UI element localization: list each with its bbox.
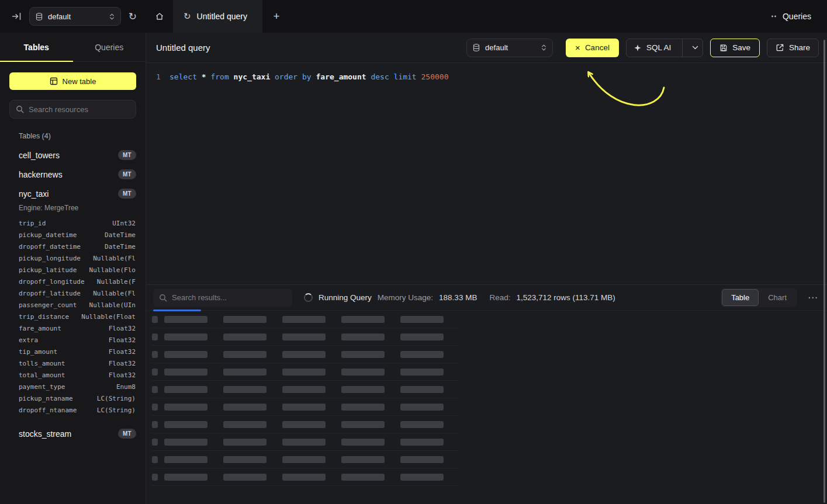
skeleton-cell — [223, 351, 267, 358]
skeleton-cell — [400, 333, 444, 340]
query-database-selector[interactable]: default — [466, 39, 553, 57]
skeleton-cell — [400, 456, 444, 463]
column-row[interactable]: fare_amountFloat32 — [19, 322, 136, 334]
column-row[interactable]: pickup_ntanameLC(String) — [19, 392, 136, 404]
column-row[interactable]: extraFloat32 — [19, 334, 136, 346]
column-row[interactable]: dropoff_latitudeNullable(Fl — [19, 287, 136, 299]
skeleton-cell — [282, 333, 326, 340]
skeleton-cell — [152, 421, 158, 428]
sidebar-tab-queries[interactable]: Queries — [73, 33, 146, 61]
column-row[interactable]: dropoff_datetimeDateTime — [19, 241, 136, 252]
results-search-input[interactable] — [172, 293, 286, 302]
resource-search — [9, 100, 136, 119]
table-row[interactable]: hackernewsMT — [0, 165, 146, 184]
column-type: Float32 — [109, 325, 136, 332]
column-type: Nullable(UIn — [89, 301, 136, 309]
table-row[interactable]: nyc_taxiMT — [0, 184, 146, 203]
sql-ai-button[interactable]: SQL AI — [626, 39, 703, 57]
skeleton-cell — [282, 439, 326, 446]
table-row-skeleton — [152, 468, 459, 486]
database-selector[interactable]: default — [29, 7, 121, 26]
sql-token: 250000 — [421, 72, 449, 81]
sql-token — [417, 72, 421, 81]
skeleton-cell — [341, 474, 385, 481]
tables-list: cell_towersMThackernewsMTnyc_taxiMTEngin… — [0, 145, 146, 504]
skeleton-cell — [164, 316, 207, 323]
table-name: cell_towers — [19, 151, 60, 160]
save-label: Save — [732, 43, 750, 52]
tabstrip: ↻ Untitled query + — [146, 0, 290, 33]
skeleton-cell — [400, 351, 444, 358]
table-name: stocks_stream — [19, 429, 71, 439]
skeleton-cell — [164, 439, 207, 446]
refresh-icon[interactable]: ↻ — [129, 12, 137, 22]
column-row[interactable]: pickup_longitudeNullable(Fl — [19, 252, 136, 264]
cancel-label: Cancel — [585, 43, 610, 52]
resource-search-input[interactable] — [29, 105, 130, 114]
results-skeleton — [146, 311, 827, 504]
column-name: pickup_latitude — [19, 266, 77, 274]
column-row[interactable]: pickup_datetimeDateTime — [19, 229, 136, 241]
table-row[interactable]: cell_towersMT — [0, 145, 146, 165]
sql-editor[interactable]: 1 select * from nyc_taxi order by fare_a… — [146, 63, 827, 284]
skeleton-cell — [164, 333, 207, 340]
home-button[interactable] — [146, 0, 173, 33]
topbar-left: default ↻ — [0, 0, 146, 33]
view-tab-table[interactable]: Table — [722, 289, 759, 306]
collapse-sidebar-icon[interactable] — [12, 12, 22, 21]
sql-code-line: select * from nyc_taxi order by fare_amo… — [169, 71, 449, 284]
skeleton-cell — [282, 316, 326, 323]
more-options-button[interactable]: ⋯ — [805, 291, 820, 304]
tab-untitled-query[interactable]: ↻ Untitled query — [173, 0, 262, 33]
sidebar-tab-tables[interactable]: Tables — [0, 33, 73, 61]
column-row[interactable]: dropoff_ntanameLC(String) — [19, 404, 136, 416]
new-table-button[interactable]: New table — [9, 72, 136, 90]
column-row[interactable]: trip_idUInt32 — [19, 217, 136, 229]
column-row[interactable]: passenger_countNullable(UIn — [19, 299, 136, 311]
column-type: Nullable(Fl — [93, 255, 136, 262]
skeleton-cell — [400, 404, 444, 411]
skeleton-cell — [282, 386, 326, 393]
sql-token: nyc_taxi — [234, 72, 271, 81]
column-name: total_amount — [19, 371, 65, 379]
skeleton-cell — [152, 316, 158, 323]
search-icon — [159, 294, 167, 302]
scrollbar[interactable] — [823, 40, 825, 503]
table-row-skeleton — [152, 363, 459, 381]
column-row[interactable]: tolls_amountFloat32 — [19, 357, 136, 369]
new-tab-button[interactable]: + — [262, 0, 290, 33]
table-row-skeleton — [152, 346, 459, 363]
view-tab-chart[interactable]: Chart — [759, 289, 796, 306]
save-button[interactable]: Save — [710, 39, 760, 57]
skeleton-cell — [152, 351, 158, 358]
database-selector-label: default — [48, 12, 104, 21]
column-row[interactable]: dropoff_longitudeNullable(F — [19, 276, 136, 287]
column-row[interactable]: pickup_latitudeNullable(Flo — [19, 264, 136, 276]
sidebar: TablesQueries New table Tables (4) cell_… — [0, 33, 146, 504]
search-icon — [16, 105, 24, 113]
queries-link[interactable]: Queries — [771, 0, 827, 33]
sidebar-tabs: TablesQueries — [0, 33, 146, 62]
skeleton-cell — [223, 386, 267, 393]
skeleton-cell — [400, 316, 444, 323]
skeleton-cell — [223, 474, 267, 481]
column-name: pickup_longitude — [19, 255, 81, 262]
sql-token: order by — [275, 72, 312, 81]
cancel-button[interactable]: × Cancel — [566, 39, 619, 57]
table-name: hackernews — [19, 170, 63, 179]
column-row[interactable]: total_amountFloat32 — [19, 369, 136, 381]
column-name: dropoff_latitude — [19, 290, 81, 297]
column-row[interactable]: tip_amountFloat32 — [19, 346, 136, 357]
column-row[interactable]: payment_typeEnum8 — [19, 381, 136, 392]
sql-token: select — [169, 72, 197, 81]
save-icon — [719, 44, 728, 52]
sql-ai-main[interactable]: SQL AI — [627, 39, 677, 57]
database-icon — [472, 43, 480, 52]
column-row[interactable]: trip_distanceNullable(Float — [19, 311, 136, 322]
line-number: 1 — [146, 71, 169, 284]
sql-ai-label: SQL AI — [646, 43, 671, 52]
chevron-down-icon[interactable] — [687, 39, 703, 57]
share-button[interactable]: Share — [767, 39, 819, 57]
table-row[interactable]: stocks_streamMT — [0, 424, 146, 443]
query-database-selector-label: default — [485, 43, 536, 52]
